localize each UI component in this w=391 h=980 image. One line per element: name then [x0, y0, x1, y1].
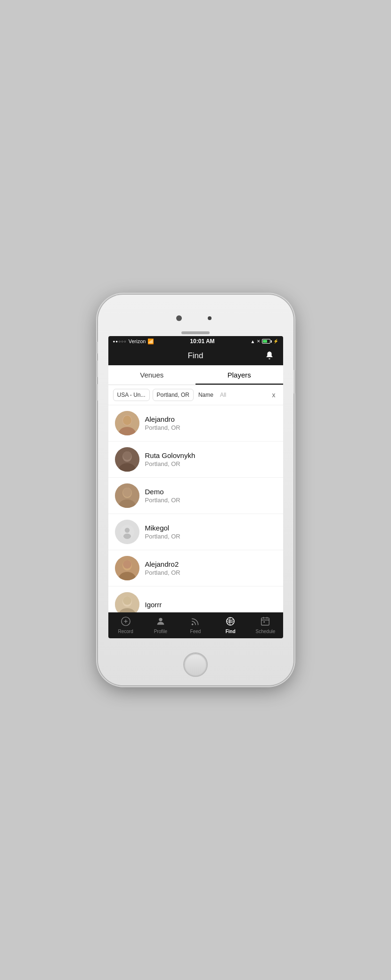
battery-indicator: [262, 339, 272, 344]
battery-tip: [271, 340, 272, 343]
svg-rect-33: [264, 621, 265, 623]
person-icon: [155, 616, 166, 628]
svg-point-11: [123, 488, 131, 497]
avatar: [115, 592, 139, 612]
player-name: Alejandro2: [145, 560, 277, 568]
svg-point-18: [123, 560, 131, 569]
all-filter-label[interactable]: All: [218, 389, 228, 401]
svg-point-26: [159, 618, 162, 621]
svg-point-3: [123, 416, 131, 425]
tab-schedule-label: Schedule: [256, 629, 276, 634]
avatar: [115, 556, 139, 580]
tab-players[interactable]: Players: [196, 365, 283, 385]
player-location: Portland, OR: [145, 533, 277, 540]
svg-point-7: [123, 451, 131, 460]
avatar: [115, 483, 139, 508]
bell-svg: [264, 351, 275, 361]
player-location: Portland, OR: [145, 569, 277, 576]
svg-point-13: [124, 528, 129, 532]
list-item[interactable]: Alejandro2 Portland, OR: [108, 550, 283, 586]
avatar: [115, 411, 139, 435]
speaker: [181, 331, 210, 334]
player-location: Portland, OR: [145, 460, 277, 467]
player-name: Demo: [145, 488, 277, 496]
tab-find-label: Find: [226, 629, 236, 634]
camera: [176, 315, 182, 321]
lightning-icon: ⚡: [273, 339, 278, 344]
sensor: [208, 316, 212, 320]
status-right: ▲ ✕ ⚡: [251, 339, 278, 344]
player-location: Portland, OR: [145, 424, 277, 431]
player-name: Igorrr: [145, 601, 277, 609]
signal-dots: ●●○○○: [113, 339, 127, 344]
tab-record[interactable]: Record: [108, 616, 143, 634]
calendar-icon: [260, 616, 270, 628]
list-item[interactable]: Demo Portland, OR: [108, 478, 283, 514]
player-name: Alejandro: [145, 415, 277, 423]
tab-feed[interactable]: Feed: [178, 616, 213, 634]
power-button: [293, 370, 295, 394]
bottom-tab-bar: Record Profile: [108, 612, 283, 638]
list-item[interactable]: Ruta Golovnykh Portland, OR: [108, 442, 283, 478]
city-filter[interactable]: Portland, OR: [153, 389, 194, 401]
avatar: [115, 520, 139, 544]
list-item[interactable]: Alejandro Portland, OR: [108, 405, 283, 442]
player-info: Igorrr: [145, 601, 277, 609]
svg-rect-29: [261, 618, 269, 625]
name-filter-label: Name: [196, 389, 215, 401]
screen: ●●○○○ Verizon 📶 10:01 AM ▲ ✕ ⚡ Find: [108, 336, 283, 638]
plus-circle-icon: [121, 616, 131, 628]
tab-profile[interactable]: Profile: [143, 616, 178, 634]
volume-up-button: [96, 361, 98, 377]
filter-bar: USA - Un... Portland, OR Name All x: [108, 385, 283, 405]
svg-point-27: [192, 623, 194, 625]
tab-profile-label: Profile: [154, 629, 167, 634]
carrier-label: Verizon: [129, 338, 146, 344]
tabs-container: Venues Players: [108, 365, 283, 385]
home-button[interactable]: [183, 652, 208, 677]
nav-header: Find: [108, 346, 283, 365]
tab-feed-label: Feed: [190, 629, 201, 634]
list-item[interactable]: Igorrr: [108, 586, 283, 612]
player-info: Ruta Golovnykh Portland, OR: [145, 451, 277, 467]
battery-fill: [263, 340, 268, 343]
status-time: 10:01 AM: [190, 338, 214, 345]
svg-point-14: [123, 533, 130, 539]
list-item[interactable]: Mikegol Portland, OR: [108, 514, 283, 550]
tab-schedule[interactable]: Schedule: [248, 616, 283, 634]
players-list: Alejandro Portland, OR Ruta Golovnykh: [108, 405, 283, 612]
status-bar: ●●○○○ Verizon 📶 10:01 AM ▲ ✕ ⚡: [108, 336, 283, 346]
tab-record-label: Record: [118, 629, 133, 634]
player-location: Portland, OR: [145, 497, 277, 504]
rss-icon: [190, 616, 201, 628]
tab-venues[interactable]: Venues: [108, 365, 196, 385]
svg-point-22: [123, 596, 131, 605]
player-name: Ruta Golovnykh: [145, 451, 277, 459]
status-left: ●●○○○ Verizon 📶: [113, 338, 155, 345]
avatar: [115, 447, 139, 472]
country-filter[interactable]: USA - Un...: [113, 389, 150, 401]
alert-icon[interactable]: [262, 349, 277, 363]
player-name: Mikegol: [145, 524, 277, 532]
player-info: Demo Portland, OR: [145, 488, 277, 504]
player-info: Mikegol Portland, OR: [145, 524, 277, 540]
player-info: Alejandro Portland, OR: [145, 415, 277, 431]
player-info: Alejandro2 Portland, OR: [145, 560, 277, 576]
volume-down-button: [96, 384, 98, 401]
page-title: Find: [129, 351, 262, 361]
wifi-icon: 📶: [147, 338, 154, 345]
phone-frame: ●●○○○ Verizon 📶 10:01 AM ▲ ✕ ⚡ Find: [98, 295, 293, 685]
tab-find[interactable]: Find: [213, 616, 248, 634]
clear-filter-button[interactable]: x: [269, 389, 278, 401]
mute-button: [96, 342, 98, 353]
globe-icon: [225, 616, 236, 628]
x-icon: ✕: [257, 339, 261, 344]
gps-icon: ▲: [251, 339, 255, 344]
